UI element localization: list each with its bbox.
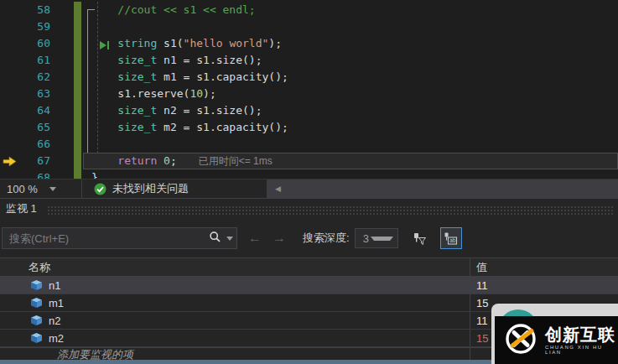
code-text[interactable]: //cout << s1 << endl; [81, 2, 618, 18]
variable-icon [31, 333, 42, 343]
watch-value: 11 [476, 279, 488, 292]
code-line[interactable]: 65 size_t m2 = s1.capacity(); [0, 119, 618, 136]
run-to-cursor-icon[interactable] [99, 40, 110, 50]
code-text[interactable]: } [81, 169, 618, 179]
code-token: ); [203, 87, 216, 100]
code-line[interactable]: 68} [0, 169, 618, 179]
code-line[interactable]: 58 //cout << s1 << endl; [0, 2, 618, 18]
watch-title-bar[interactable]: 监视 1 [0, 199, 618, 219]
watch-row[interactable]: n111 [0, 277, 618, 294]
document-health-indicator[interactable]: 未找到相关问题 [94, 181, 189, 196]
bottom-scrollbar-strip[interactable] [0, 360, 495, 364]
column-header-name[interactable]: 名称 [0, 258, 470, 276]
brand-name-cn: 创新互联 [545, 325, 618, 344]
code-text[interactable]: return 0;已用时间<= 1ms [81, 153, 618, 169]
breakpoint-margin[interactable] [0, 119, 22, 136]
code-text[interactable] [81, 136, 618, 153]
code-line[interactable]: 67 return 0;已用时间<= 1ms [0, 153, 618, 169]
nav-back-icon[interactable]: ← [248, 231, 262, 245]
code-line[interactable]: 59 [0, 18, 618, 35]
breakpoint-margin[interactable] [0, 18, 22, 35]
line-number: 67 [22, 153, 50, 169]
breakpoint-margin[interactable] [0, 153, 22, 169]
watermark-logo-box: 创新互联 CHUANG XIN HU LIAN [495, 316, 618, 364]
editor-zoom-value: 100 % [7, 183, 38, 195]
line-number: 66 [22, 136, 50, 153]
column-header-value[interactable]: 值 [470, 258, 618, 276]
watch-name-cell[interactable]: n2 [0, 312, 470, 329]
code-line[interactable]: 61 size_t n1 = s1.size(); [0, 52, 618, 69]
watch-name-cell[interactable]: m2 [0, 330, 470, 346]
watch-value: 15 [476, 332, 488, 345]
code-text[interactable]: size_t m2 = s1.capacity(); [81, 119, 618, 136]
code-token: return [117, 154, 157, 167]
chevron-down-icon [371, 237, 393, 241]
code-token: m2 = s1.capacity(); [157, 121, 288, 133]
watch-value: 11 [476, 315, 488, 327]
search-input[interactable] [3, 232, 207, 245]
code-line[interactable]: 62 size_t m1 = s1.capacity(); [0, 69, 618, 86]
code-text[interactable]: size_t n2 = s1.size(); [81, 102, 618, 119]
variable-icon [31, 315, 42, 325]
change-tracking-bar [74, 52, 81, 69]
pin-filter-button[interactable] [408, 227, 430, 249]
scroll-left-icon[interactable]: ◀ [275, 185, 281, 193]
breakpoint-margin[interactable] [0, 102, 22, 119]
code-token [91, 54, 117, 66]
search-depth-label: 搜索深度: [303, 231, 350, 246]
code-token: size_t [117, 121, 157, 133]
code-text[interactable] [81, 18, 618, 35]
code-editor[interactable]: 58 //cout << s1 << endl;5960 string s1("… [0, 0, 618, 179]
brand-name-en: CHUANG XIN HU LIAN [545, 345, 618, 355]
watch-name-cell[interactable]: m1 [0, 294, 470, 311]
editor-zoom-select[interactable]: 100 % [0, 179, 82, 198]
code-line[interactable]: 66 [0, 136, 618, 153]
breakpoint-margin[interactable] [0, 169, 22, 179]
horizontal-scrollbar[interactable]: ◀ [267, 179, 618, 198]
code-text[interactable]: string s1("hello world"); [81, 35, 618, 52]
breakpoint-margin[interactable] [0, 86, 22, 102]
code-token: size_t [117, 70, 157, 83]
titlebar-grip-pattern [47, 205, 613, 215]
watch-name-cell[interactable]: n1 [0, 277, 470, 294]
pin-values-toggle-button[interactable]: ab [440, 227, 462, 249]
breakpoint-margin[interactable] [0, 35, 22, 52]
line-number: 58 [22, 2, 50, 18]
change-tracking-bar [74, 153, 81, 169]
code-line[interactable]: 64 size_t n2 = s1.size(); [0, 102, 618, 119]
search-depth-select[interactable]: 3 [355, 228, 398, 248]
search-options-dropdown[interactable] [223, 228, 236, 248]
pin-filter-icon [411, 231, 427, 246]
watch-value-cell[interactable]: 11 [470, 277, 618, 294]
line-number: 59 [22, 18, 50, 35]
code-lines[interactable]: 58 //cout << s1 << endl;5960 string s1("… [0, 2, 618, 179]
code-token: n1 = s1.size(); [157, 54, 262, 66]
change-tracking-bar [74, 169, 81, 179]
breakpoint-margin[interactable] [0, 2, 22, 18]
change-tracking-bar [74, 102, 81, 119]
change-tracking-bar [74, 2, 81, 18]
variable-icon [31, 298, 42, 308]
chevron-down-icon [49, 187, 56, 191]
code-line[interactable]: 63 s1.reserve(10); [0, 86, 618, 102]
variable-icon [31, 333, 42, 343]
grid-header[interactable]: 名称 值 [0, 257, 618, 277]
code-text[interactable]: size_t n1 = s1.size(); [81, 52, 618, 69]
nav-forward-icon[interactable]: → [273, 231, 286, 245]
breakpoint-margin[interactable] [0, 52, 22, 69]
code-line[interactable]: 60 string s1("hello world"); [0, 35, 618, 52]
line-number: 64 [22, 102, 50, 119]
watch-search-box[interactable] [2, 227, 237, 249]
code-token [91, 70, 117, 83]
variable-icon [31, 280, 42, 290]
code-text[interactable]: size_t m1 = s1.capacity(); [81, 69, 618, 86]
code-token: //cout << s1 << endl; [91, 3, 256, 16]
search-icon[interactable] [209, 231, 221, 247]
variable-icon [31, 315, 42, 325]
search-depth-value: 3 [356, 232, 371, 245]
perf-tip: 已用时间<= 1ms [199, 155, 273, 167]
breakpoint-margin[interactable] [0, 136, 22, 153]
code-text[interactable]: s1.reserve(10); [81, 86, 618, 102]
breakpoint-margin[interactable] [0, 69, 22, 86]
line-number: 60 [22, 35, 50, 52]
